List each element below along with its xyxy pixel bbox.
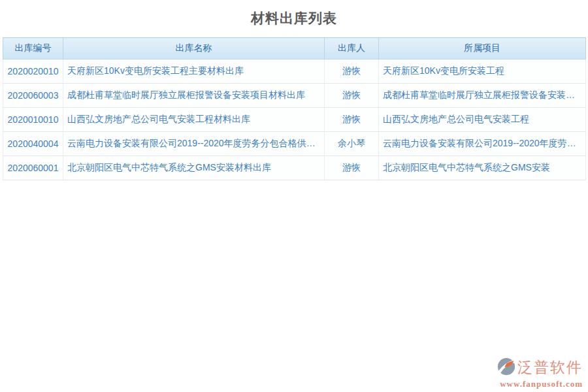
vendor-brand[interactable]: 泛普软件 www.fanpusoft.com [497, 357, 583, 388]
cell-project[interactable]: 北京朝阳区电气中芯特气系统之GMS安装 [379, 156, 586, 180]
column-header-project: 所属项目 [379, 38, 586, 59]
table-row[interactable]: 2020020010天府新区10Kv变电所安装工程主要材料出库游恢天府新区10K… [3, 59, 586, 84]
cell-project[interactable]: 天府新区10Kv变电所安装工程 [379, 59, 586, 84]
table-header-row: 出库编号出库名称出库人所属项目 [3, 38, 586, 59]
cell-code[interactable]: 2020060003 [3, 84, 63, 108]
table-row[interactable]: 2020060003成都杜甫草堂临时展厅独立展柜报警设备安装项目材料出库游恢成都… [3, 84, 586, 108]
column-header-code: 出库编号 [3, 38, 63, 59]
cell-project[interactable]: 云南电力设备安装有限公司2019--2020年度劳务分... [379, 132, 586, 156]
cell-project[interactable]: 山西弘文房地产总公司电气安装工程 [379, 108, 586, 132]
cell-project[interactable]: 成都杜甫草堂临时展厅独立展柜报警设备安装项目 [379, 84, 586, 108]
cell-name[interactable]: 北京朝阳区电气中芯特气系统之GMS安装材料出库 [63, 156, 325, 180]
cell-person: 游恢 [325, 84, 379, 108]
table-header: 出库编号出库名称出库人所属项目 [3, 38, 586, 59]
column-header-name: 出库名称 [63, 38, 325, 59]
cell-code[interactable]: 2020020010 [3, 59, 63, 84]
brand-name: 泛普软件 [517, 360, 583, 375]
cell-person: 余小琴 [325, 132, 379, 156]
table-row[interactable]: 2020040004云南电力设备安装有限公司2019--2020年度劳务分包合格… [3, 132, 586, 156]
cell-code[interactable]: 2020040004 [3, 132, 63, 156]
column-header-person: 出库人 [325, 38, 379, 59]
cell-name[interactable]: 天府新区10Kv变电所安装工程主要材料出库 [63, 59, 325, 84]
outbound-table: 出库编号出库名称出库人所属项目 2020020010天府新区10Kv变电所安装工… [3, 37, 586, 180]
cell-code[interactable]: 2020060001 [3, 156, 63, 180]
cell-code[interactable]: 2020010010 [3, 108, 63, 132]
material-outbound-page: 材料出库列表 出库编号出库名称出库人所属项目 2020020010天府新区10K… [0, 0, 588, 392]
cell-name[interactable]: 成都杜甫草堂临时展厅独立展柜报警设备安装项目材料出库 [63, 84, 325, 108]
table-row[interactable]: 2020060001北京朝阳区电气中芯特气系统之GMS安装材料出库游恢北京朝阳区… [3, 156, 586, 180]
fanpu-logo-icon [497, 357, 515, 378]
cell-name[interactable]: 云南电力设备安装有限公司2019--2020年度劳务分包合格供应商... [63, 132, 325, 156]
page-title: 材料出库列表 [0, 9, 588, 27]
cell-person: 游恢 [325, 59, 379, 84]
cell-person: 游恢 [325, 108, 379, 132]
brand-url[interactable]: www.fanpusoft.com [497, 380, 583, 388]
table-row[interactable]: 2020010010山西弘文房地产总公司电气安装工程材料出库游恢山西弘文房地产总… [3, 108, 586, 132]
cell-person: 游恢 [325, 156, 379, 180]
cell-name[interactable]: 山西弘文房地产总公司电气安装工程材料出库 [63, 108, 325, 132]
table-body: 2020020010天府新区10Kv变电所安装工程主要材料出库游恢天府新区10K… [3, 59, 586, 180]
